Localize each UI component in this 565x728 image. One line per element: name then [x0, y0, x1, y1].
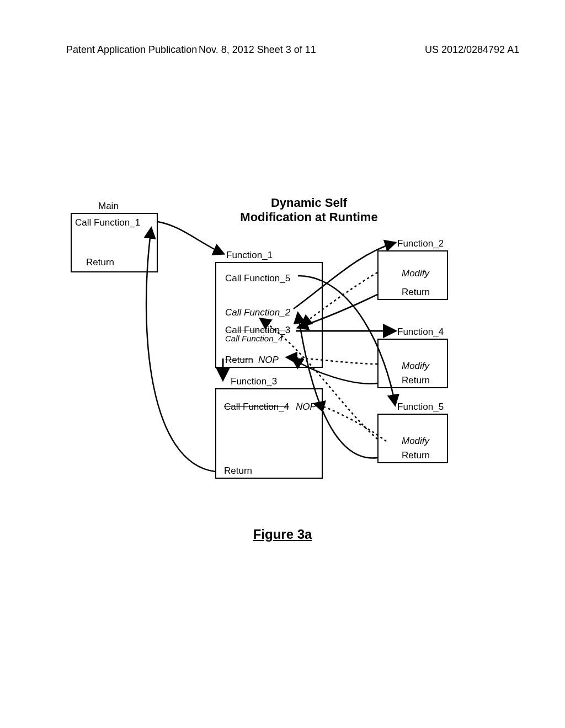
main-box: Call Function_1 Return [71, 213, 158, 272]
f2-modify: Modify [402, 268, 429, 279]
f5-box: Modify Return [377, 414, 448, 463]
main-call: Call Function_1 [75, 217, 140, 228]
f2-label: Function_2 [397, 238, 444, 249]
f1-call4: Call Function_4 [225, 334, 282, 343]
f3-nop: NOP [296, 402, 316, 413]
diagram-title-line1: Dynamic Self [271, 196, 347, 210]
f4-label: Function_4 [397, 326, 444, 338]
header-left: Patent Application Publication [66, 44, 197, 56]
header-right: US 2012/0284792 A1 [425, 44, 519, 56]
figure-caption: Figure 3a [0, 527, 565, 542]
header-center: Nov. 8, 2012 Sheet 3 of 11 [199, 44, 316, 56]
diagram-title: Dynamic Self Modification at Runtime [232, 196, 386, 224]
f3-box: Call Function_4 NOP Return [215, 388, 323, 479]
f1-label: Function_1 [226, 250, 273, 261]
f5-label: Function_5 [397, 402, 444, 413]
main-return: Return [86, 257, 114, 268]
f3-call4: Call Function_4 [224, 402, 289, 413]
f1-call2: Call Function_2 [225, 307, 290, 318]
f1-return: Return [225, 355, 253, 366]
main-label: Main [98, 201, 119, 212]
f2-return: Return [402, 287, 430, 298]
diagram-title-line2: Modification at Runtime [240, 210, 377, 224]
f2-box: Modify Return [377, 250, 448, 300]
f5-return: Return [402, 450, 430, 461]
f3-label: Function_3 [231, 376, 277, 387]
f1-nop: NOP [258, 355, 279, 366]
f3-return: Return [224, 465, 252, 477]
f4-return: Return [402, 375, 430, 386]
f1-call5: Call Function_5 [225, 273, 290, 284]
f4-modify: Modify [402, 361, 429, 372]
f5-modify: Modify [402, 436, 429, 447]
f1-box: Call Function_5 Call Function_2 Call Fun… [215, 262, 323, 368]
f4-box: Modify Return [377, 339, 448, 388]
